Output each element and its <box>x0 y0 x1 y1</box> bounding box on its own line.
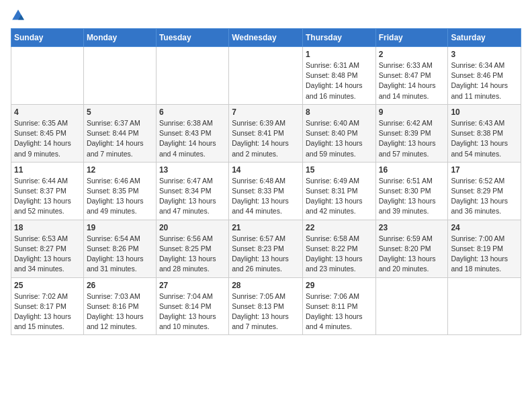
calendar-cell: 17Sunrise: 6:52 AMSunset: 8:29 PMDayligh… <box>448 162 521 220</box>
day-info: Sunrise: 6:38 AMSunset: 8:43 PMDaylight:… <box>159 118 226 159</box>
calendar-week-row: 1Sunrise: 6:31 AMSunset: 8:48 PMDaylight… <box>11 47 521 105</box>
day-info: Sunrise: 6:39 AMSunset: 8:41 PMDaylight:… <box>232 118 300 159</box>
calendar-week-row: 18Sunrise: 6:53 AMSunset: 8:27 PMDayligh… <box>11 220 521 277</box>
page-header <box>11 11 521 23</box>
day-info: Sunrise: 6:47 AMSunset: 8:34 PMDaylight:… <box>159 176 226 217</box>
day-info: Sunrise: 6:53 AMSunset: 8:27 PMDaylight:… <box>14 234 81 275</box>
day-info: Sunrise: 6:35 AMSunset: 8:45 PMDaylight:… <box>14 118 81 159</box>
calendar-cell: 23Sunrise: 6:59 AMSunset: 8:20 PMDayligh… <box>375 220 448 277</box>
calendar-cell: 18Sunrise: 6:53 AMSunset: 8:27 PMDayligh… <box>11 220 84 277</box>
day-info: Sunrise: 6:59 AMSunset: 8:20 PMDaylight:… <box>379 234 445 275</box>
day-info: Sunrise: 6:34 AMSunset: 8:46 PMDaylight:… <box>451 60 518 101</box>
calendar-cell: 1Sunrise: 6:31 AMSunset: 8:48 PMDaylight… <box>302 47 375 105</box>
day-info: Sunrise: 6:54 AMSunset: 8:26 PMDaylight:… <box>87 234 153 275</box>
day-number: 6 <box>159 107 226 117</box>
calendar-cell: 13Sunrise: 6:47 AMSunset: 8:34 PMDayligh… <box>156 162 228 220</box>
calendar-cell: 11Sunrise: 6:44 AMSunset: 8:37 PMDayligh… <box>11 162 84 220</box>
day-number: 8 <box>306 107 373 117</box>
day-number: 27 <box>159 281 226 290</box>
calendar-cell: 6Sunrise: 6:38 AMSunset: 8:43 PMDaylight… <box>156 104 228 162</box>
calendar-cell: 9Sunrise: 6:42 AMSunset: 8:39 PMDaylight… <box>375 104 448 162</box>
calendar-cell: 12Sunrise: 6:46 AMSunset: 8:35 PMDayligh… <box>83 162 156 220</box>
calendar-cell: 16Sunrise: 6:51 AMSunset: 8:30 PMDayligh… <box>375 162 448 220</box>
day-number: 15 <box>306 165 373 175</box>
column-header-thursday: Thursday <box>302 29 375 47</box>
day-number: 4 <box>14 107 81 117</box>
calendar-cell: 19Sunrise: 6:54 AMSunset: 8:26 PMDayligh… <box>83 220 156 277</box>
column-header-sunday: Sunday <box>11 29 84 47</box>
calendar-cell: 26Sunrise: 7:03 AMSunset: 8:16 PMDayligh… <box>83 277 156 335</box>
day-number: 21 <box>232 223 300 232</box>
day-number: 12 <box>87 165 153 175</box>
day-info: Sunrise: 7:05 AMSunset: 8:13 PMDaylight:… <box>232 291 300 332</box>
calendar-cell: 24Sunrise: 7:00 AMSunset: 8:19 PMDayligh… <box>448 220 521 277</box>
calendar-cell <box>229 47 303 105</box>
calendar-cell: 5Sunrise: 6:37 AMSunset: 8:44 PMDaylight… <box>83 104 156 162</box>
day-info: Sunrise: 6:48 AMSunset: 8:33 PMDaylight:… <box>232 176 300 217</box>
day-number: 14 <box>232 165 300 175</box>
column-header-wednesday: Wednesday <box>229 29 303 47</box>
day-number: 7 <box>232 107 300 117</box>
calendar-cell <box>11 47 84 105</box>
calendar-cell: 14Sunrise: 6:48 AMSunset: 8:33 PMDayligh… <box>229 162 303 220</box>
day-number: 9 <box>379 107 445 117</box>
calendar-cell: 4Sunrise: 6:35 AMSunset: 8:45 PMDaylight… <box>11 104 84 162</box>
logo-icon <box>11 8 26 23</box>
calendar-cell: 2Sunrise: 6:33 AMSunset: 8:47 PMDaylight… <box>375 47 448 105</box>
calendar-cell: 20Sunrise: 6:56 AMSunset: 8:25 PMDayligh… <box>156 220 228 277</box>
calendar-cell <box>375 277 448 335</box>
calendar-week-row: 25Sunrise: 7:02 AMSunset: 8:17 PMDayligh… <box>11 277 521 335</box>
day-info: Sunrise: 7:06 AMSunset: 8:11 PMDaylight:… <box>306 291 373 332</box>
day-info: Sunrise: 7:04 AMSunset: 8:14 PMDaylight:… <box>159 291 226 332</box>
day-info: Sunrise: 6:40 AMSunset: 8:40 PMDaylight:… <box>306 118 373 159</box>
day-number: 26 <box>87 281 153 290</box>
day-number: 10 <box>451 107 518 117</box>
day-number: 19 <box>87 223 153 232</box>
day-info: Sunrise: 7:03 AMSunset: 8:16 PMDaylight:… <box>87 291 153 332</box>
day-number: 22 <box>306 223 373 232</box>
day-info: Sunrise: 6:44 AMSunset: 8:37 PMDaylight:… <box>14 176 81 217</box>
column-header-monday: Monday <box>83 29 156 47</box>
day-info: Sunrise: 6:52 AMSunset: 8:29 PMDaylight:… <box>451 176 518 217</box>
day-number: 18 <box>14 223 81 232</box>
day-info: Sunrise: 6:56 AMSunset: 8:25 PMDaylight:… <box>159 234 226 275</box>
calendar-cell <box>83 47 156 105</box>
day-number: 11 <box>14 165 81 175</box>
calendar-week-row: 11Sunrise: 6:44 AMSunset: 8:37 PMDayligh… <box>11 162 521 220</box>
calendar-cell: 8Sunrise: 6:40 AMSunset: 8:40 PMDaylight… <box>302 104 375 162</box>
calendar-cell: 15Sunrise: 6:49 AMSunset: 8:31 PMDayligh… <box>302 162 375 220</box>
calendar-table: SundayMondayTuesdayWednesdayThursdayFrid… <box>11 28 521 335</box>
day-number: 20 <box>159 223 226 232</box>
day-info: Sunrise: 6:49 AMSunset: 8:31 PMDaylight:… <box>306 176 373 217</box>
calendar-cell: 21Sunrise: 6:57 AMSunset: 8:23 PMDayligh… <box>229 220 303 277</box>
column-header-friday: Friday <box>375 29 448 47</box>
column-header-tuesday: Tuesday <box>156 29 228 47</box>
column-header-saturday: Saturday <box>448 29 521 47</box>
day-number: 25 <box>14 281 81 290</box>
day-number: 24 <box>451 223 518 232</box>
day-number: 1 <box>306 50 373 59</box>
day-info: Sunrise: 6:42 AMSunset: 8:39 PMDaylight:… <box>379 118 445 159</box>
calendar-cell: 3Sunrise: 6:34 AMSunset: 8:46 PMDaylight… <box>448 47 521 105</box>
day-info: Sunrise: 6:37 AMSunset: 8:44 PMDaylight:… <box>87 118 153 159</box>
day-info: Sunrise: 7:00 AMSunset: 8:19 PMDaylight:… <box>451 234 518 275</box>
day-info: Sunrise: 6:46 AMSunset: 8:35 PMDaylight:… <box>87 176 153 217</box>
logo <box>11 11 28 23</box>
calendar-cell: 22Sunrise: 6:58 AMSunset: 8:22 PMDayligh… <box>302 220 375 277</box>
calendar-week-row: 4Sunrise: 6:35 AMSunset: 8:45 PMDaylight… <box>11 104 521 162</box>
calendar-cell: 28Sunrise: 7:05 AMSunset: 8:13 PMDayligh… <box>229 277 303 335</box>
day-info: Sunrise: 6:58 AMSunset: 8:22 PMDaylight:… <box>306 234 373 275</box>
day-number: 28 <box>232 281 300 290</box>
day-number: 13 <box>159 165 226 175</box>
day-info: Sunrise: 6:57 AMSunset: 8:23 PMDaylight:… <box>232 234 300 275</box>
day-number: 17 <box>451 165 518 175</box>
calendar-cell: 25Sunrise: 7:02 AMSunset: 8:17 PMDayligh… <box>11 277 84 335</box>
day-number: 23 <box>379 223 445 232</box>
day-number: 2 <box>379 50 445 59</box>
day-info: Sunrise: 6:51 AMSunset: 8:30 PMDaylight:… <box>379 176 445 217</box>
day-number: 16 <box>379 165 445 175</box>
day-info: Sunrise: 6:33 AMSunset: 8:47 PMDaylight:… <box>379 60 445 101</box>
calendar-cell: 7Sunrise: 6:39 AMSunset: 8:41 PMDaylight… <box>229 104 303 162</box>
day-info: Sunrise: 7:02 AMSunset: 8:17 PMDaylight:… <box>14 291 81 332</box>
calendar-cell: 29Sunrise: 7:06 AMSunset: 8:11 PMDayligh… <box>302 277 375 335</box>
